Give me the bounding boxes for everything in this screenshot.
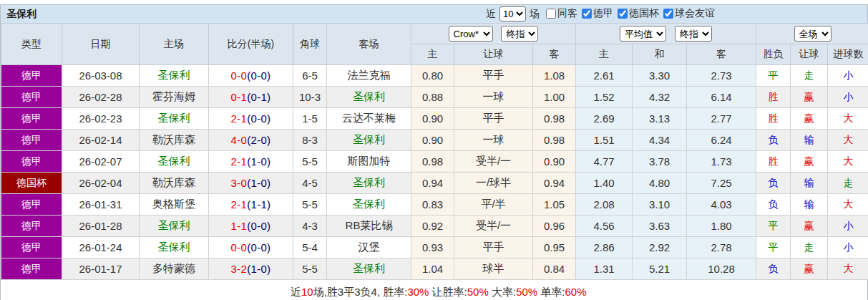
score-cell: 0-0(0-0) xyxy=(209,237,293,258)
euro-away-odds: 4.03 xyxy=(687,194,756,216)
euro-draw-odds: 3.63 xyxy=(633,216,687,237)
away-team[interactable]: 圣保利 xyxy=(327,258,411,280)
result-wdl: 平 xyxy=(756,65,791,87)
filter-球会友谊[interactable]: 球会友谊 xyxy=(663,7,715,20)
home-team[interactable]: 霍芬海姆 xyxy=(140,87,209,108)
halftime-score: (1-0) xyxy=(247,177,270,189)
filter-checkbox[interactable] xyxy=(618,9,628,19)
away-team[interactable]: 云达不莱梅 xyxy=(327,108,411,130)
result-goals: 小 xyxy=(828,65,868,87)
summary-text: 场,胜3平3负4, 胜率: xyxy=(313,286,408,298)
filter-label: 德国杯 xyxy=(629,7,659,20)
asian-handicap-line: 一球 xyxy=(454,87,533,108)
asian-odds-picker-cell: Crow* 终指 xyxy=(411,24,576,44)
away-team[interactable]: 圣保利 xyxy=(327,173,411,194)
odds-company-select[interactable]: Crow* xyxy=(449,26,493,42)
filter-checkbox[interactable] xyxy=(582,9,592,19)
asian-away-odds: 0.95 xyxy=(533,237,576,258)
euro-draw-odds: 3.30 xyxy=(633,65,687,87)
league-badge: 德甲 xyxy=(1,130,62,151)
home-team[interactable]: 勒沃库森 xyxy=(140,173,209,194)
away-team[interactable]: 法兰克福 xyxy=(327,65,411,87)
score-cell: 2-1(0-0) xyxy=(209,108,293,130)
corner-score: 5-5 xyxy=(293,151,327,173)
filter-checkbox[interactable] xyxy=(546,9,556,19)
corner-score: 4-3 xyxy=(293,216,327,237)
halftime-score: (0-0) xyxy=(247,241,270,253)
home-team[interactable]: 圣保利 xyxy=(140,216,209,237)
away-team[interactable]: 圣保利 xyxy=(327,130,411,151)
home-team[interactable]: 圣保利 xyxy=(140,108,209,130)
table-row: 德国杯26-02-04勒沃库森3-0(1-0)4-5圣保利0.94一/球半0.9… xyxy=(1,173,868,194)
halftime-score: (1-0) xyxy=(247,155,270,168)
result-wdl: 平 xyxy=(756,216,791,237)
result-goals: 大 xyxy=(828,194,868,216)
euro-draw-odds: 2.92 xyxy=(633,237,687,258)
away-team[interactable]: 汉堡 xyxy=(327,237,411,258)
asian-home-odds: 0.98 xyxy=(411,151,454,173)
league-badge: 德甲 xyxy=(1,108,62,130)
home-team[interactable]: 多特蒙德 xyxy=(140,258,209,280)
home-team[interactable]: 圣保利 xyxy=(140,65,209,87)
result-handicap: 赢 xyxy=(791,216,828,237)
league-badge: 德甲 xyxy=(1,237,62,258)
col-header-asian-line: 让球 xyxy=(454,44,533,65)
asian-home-odds: 1.04 xyxy=(411,258,454,280)
result-wdl: 胜 xyxy=(756,151,791,173)
away-team[interactable]: RB莱比锡 xyxy=(327,216,411,237)
table-row: 德甲26-01-17多特蒙德3-2(1-0)5-5圣保利1.04球半0.841.… xyxy=(1,258,868,280)
asian-away-odds: 0.90 xyxy=(533,151,576,173)
league-badge: 德甲 xyxy=(1,151,62,173)
league-badge: 德甲 xyxy=(1,216,62,237)
home-team[interactable]: 勒沃库森 xyxy=(140,130,209,151)
asian-away-odds: 0.98 xyxy=(533,108,576,130)
away-team[interactable]: 圣保利 xyxy=(327,87,411,108)
col-header-euro-away: 客 xyxy=(687,44,756,65)
unit-label: 场 xyxy=(530,8,540,21)
home-team[interactable]: 圣保利 xyxy=(140,151,209,173)
euro-draw-odds: 3.78 xyxy=(633,151,687,173)
euro-mode-select[interactable]: 平均值 xyxy=(620,26,666,42)
result-wdl: 负 xyxy=(756,130,791,151)
table-row: 德甲26-02-07圣保利2-1(1-0)5-5斯图加特0.98受半/一0.90… xyxy=(1,151,868,173)
result-goals: 大 xyxy=(828,258,868,280)
result-goals: 大 xyxy=(828,151,868,173)
table-row: 德甲26-01-28圣保利1-1(0-0)4-3RB莱比锡0.92受半/一0.9… xyxy=(1,216,868,237)
euro-odds-time-select[interactable]: 终指 xyxy=(675,26,712,42)
match-rows: 德甲26-03-08圣保利0-0(0-0)6-5法兰克福0.80平手1.082.… xyxy=(1,65,868,280)
result-handicap: 输 xyxy=(791,130,828,151)
table-row: 德甲26-03-08圣保利0-0(0-0)6-5法兰克福0.80平手1.082.… xyxy=(1,65,868,87)
result-handicap: 走 xyxy=(791,65,828,87)
filter-checkbox[interactable] xyxy=(663,9,673,19)
scope-select[interactable]: 全场 xyxy=(794,26,832,42)
score-cell: 3-2(1-0) xyxy=(209,258,293,280)
col-header-away: 客场 xyxy=(327,24,411,65)
page-title: 圣保利 xyxy=(6,8,36,21)
result-goals: 走 xyxy=(828,173,868,194)
near-label: 近 xyxy=(486,8,496,21)
away-team[interactable]: 圣保利 xyxy=(327,194,411,216)
filter-德国杯[interactable]: 德国杯 xyxy=(618,7,659,20)
home-team[interactable]: 奥格斯堡 xyxy=(140,194,209,216)
result-handicap: 输 xyxy=(791,194,828,216)
recent-controls: 近 10 场 同客德甲德国杯球会友谊 xyxy=(486,6,715,21)
asian-handicap-line: 平手 xyxy=(454,237,533,258)
table-row: 德甲26-01-24圣保利0-0(0-0)5-4汉堡0.93平手0.952.86… xyxy=(1,237,868,258)
filter-同客[interactable]: 同客 xyxy=(546,7,577,20)
match-date: 26-02-28 xyxy=(62,87,140,108)
home-team[interactable]: 圣保利 xyxy=(140,237,209,258)
asian-home-odds: 0.90 xyxy=(411,130,454,151)
result-wdl: 胜 xyxy=(756,108,791,130)
result-handicap: 赢 xyxy=(791,258,828,280)
fulltime-score: 2-1 xyxy=(231,198,248,211)
table-row: 德甲26-01-31奥格斯堡2-1(1-1)5-5圣保利0.83平/半1.052… xyxy=(1,194,868,216)
result-wdl: 胜 xyxy=(756,87,791,108)
recent-count-select[interactable]: 10 xyxy=(499,6,526,21)
away-team[interactable]: 斯图加特 xyxy=(327,151,411,173)
filter-德甲[interactable]: 德甲 xyxy=(582,7,613,20)
euro-home-odds: 4.77 xyxy=(576,151,633,173)
fulltime-score: 0-0 xyxy=(231,241,248,253)
euro-away-odds: 7.25 xyxy=(687,173,756,194)
asian-odds-time-select[interactable]: 终指 xyxy=(501,26,538,42)
match-date: 26-02-14 xyxy=(62,130,140,151)
